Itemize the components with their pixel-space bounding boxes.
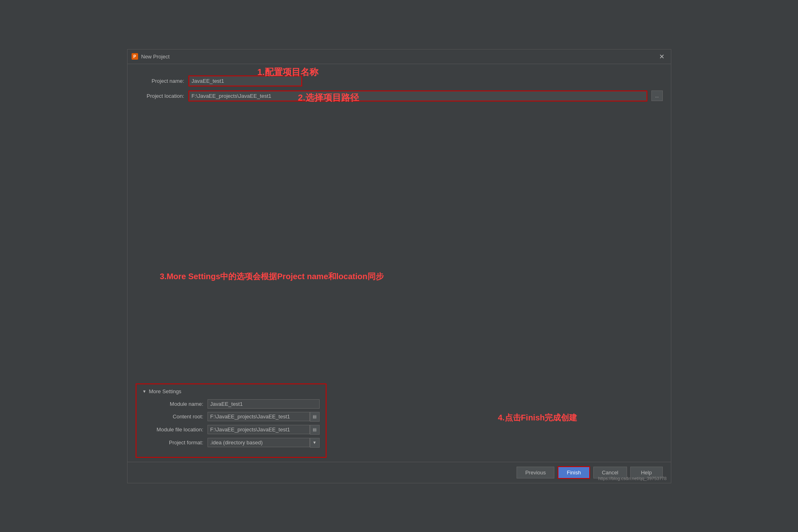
project-location-label: Project location:: [136, 93, 184, 99]
content-root-browse-btn[interactable]: ▤: [310, 412, 320, 422]
title-bar: P New Project ✕: [128, 50, 671, 64]
project-location-browse-btn[interactable]: ...: [651, 90, 663, 101]
project-name-row: Project name:: [136, 75, 663, 86]
module-file-input-group: ▤: [208, 425, 320, 435]
project-name-label: Project name:: [136, 78, 184, 84]
project-format-select-group: .idea (directory based) ▼: [208, 438, 320, 448]
annotation-step1: 1.配置项目名称: [257, 66, 318, 78]
previous-button[interactable]: Previous: [517, 467, 554, 478]
title-bar-left: P New Project: [132, 53, 170, 60]
project-location-input[interactable]: [188, 90, 647, 101]
finish-button[interactable]: Finish: [558, 466, 590, 479]
window-title: New Project: [141, 54, 170, 60]
project-format-arrow: ▼: [310, 438, 320, 448]
project-format-label: Project format:: [143, 439, 208, 446]
annotation-step2: 2.选择项目路径: [298, 92, 359, 104]
module-name-input[interactable]: [208, 399, 320, 409]
content-root-label: Content root:: [143, 414, 208, 420]
content-root-row: Content root: ▤: [143, 412, 320, 422]
new-project-dialog: P New Project ✕ 1.配置项目名称 2.选择项目路径 Projec…: [127, 49, 671, 483]
module-name-label: Module name:: [143, 401, 208, 407]
module-name-row: Module name:: [143, 399, 320, 409]
module-file-row: Module file location: ▤: [143, 425, 320, 435]
module-file-label: Module file location:: [143, 426, 208, 433]
empty-area: [136, 106, 663, 375]
annotation-step3: 3.More Settings中的选项会根据Project name和locat…: [160, 271, 485, 282]
more-settings-title: More Settings: [149, 388, 181, 394]
content-root-input-group: ▤: [208, 412, 320, 422]
collapse-icon: ▼: [143, 389, 147, 394]
annotation-step4: 4.点击Finish完成创建: [498, 412, 577, 423]
dialog-footer: Previous Finish Cancel Help https://blog…: [128, 462, 671, 483]
module-file-input[interactable]: [208, 425, 310, 434]
project-format-select[interactable]: .idea (directory based): [208, 438, 310, 447]
project-format-row: Project format: .idea (directory based) …: [143, 438, 320, 448]
more-settings-section: ▼ More Settings Module name: Content roo…: [136, 383, 327, 458]
app-icon: P: [132, 53, 138, 60]
dialog-content: 1.配置项目名称 2.选择项目路径 Project name: Project …: [128, 64, 671, 462]
watermark: https://blog.csdn.net/qq_39753778: [598, 476, 667, 481]
close-button[interactable]: ✕: [657, 52, 667, 61]
module-file-browse-btn[interactable]: ▤: [310, 425, 320, 435]
more-settings-header[interactable]: ▼ More Settings: [143, 388, 320, 394]
project-location-row: Project location: ...: [136, 90, 663, 101]
content-root-input[interactable]: [208, 412, 310, 421]
